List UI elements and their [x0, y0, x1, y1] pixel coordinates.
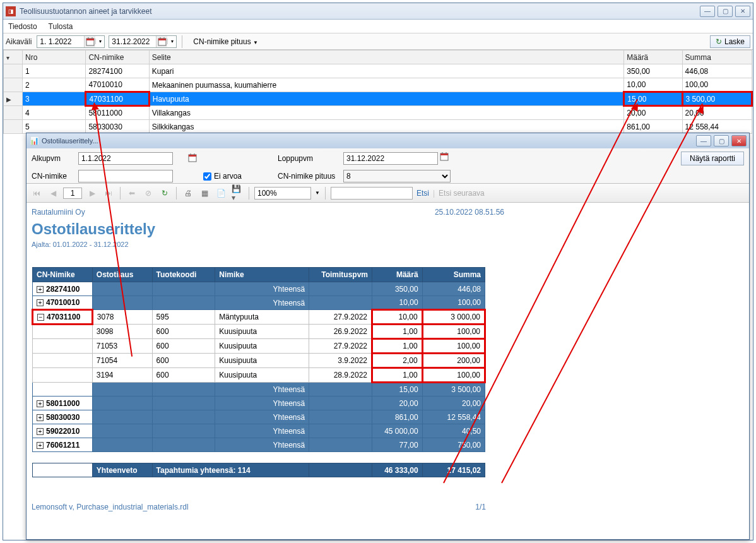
cell-tuote[interactable]: 600	[152, 354, 215, 368]
menu-tulosta[interactable]: Tulosta	[49, 22, 73, 31]
print-button[interactable]: 🖨	[182, 187, 194, 200]
stop-button[interactable]: ⊘	[142, 187, 155, 200]
cell-osto[interactable]: 3098	[92, 325, 152, 339]
cell-summa[interactable]: 200,00	[422, 354, 485, 368]
back-button[interactable]: ⬅	[126, 187, 138, 200]
cell-pvm[interactable]: 27.9.2022	[309, 310, 372, 325]
cell-nro[interactable]: 1	[23, 64, 86, 78]
cell-summa[interactable]: 12 558,44	[682, 120, 752, 134]
cell-maara[interactable]: 350,00	[624, 64, 682, 78]
expand-icon[interactable]: +	[37, 442, 44, 449]
report-body[interactable]: Rautalumiini Oy 25.10.2022 08.51.56 Osto…	[27, 203, 749, 539]
group-total-row[interactable]: +58030030Yhteensä861,0012 558,44	[33, 410, 485, 424]
cell-cn[interactable]: 58030030	[86, 120, 149, 134]
cell-cn[interactable]: 28274100	[86, 64, 149, 78]
col-maara[interactable]: Määrä	[624, 51, 682, 64]
cell-maara[interactable]: 2,00	[372, 354, 423, 368]
cell-summa[interactable]: 3 000,00	[422, 310, 485, 325]
cell-nimike[interactable]: Kuusipuuta	[215, 354, 309, 368]
dropdown-icon[interactable]: ▾	[167, 39, 176, 44]
collapse-icon[interactable]: −	[37, 314, 44, 321]
report-minimize-button[interactable]: —	[696, 135, 711, 146]
filter-header[interactable]: ▾	[4, 51, 23, 64]
cell-maara[interactable]: 10,00	[372, 310, 423, 325]
cell-selite[interactable]: Villakangas	[149, 106, 624, 120]
row-header[interactable]	[4, 120, 23, 134]
cell-summa[interactable]: 100,00	[682, 78, 752, 92]
cell-maara[interactable]: 1,00	[372, 339, 423, 354]
cn-nimike-input[interactable]	[78, 170, 173, 182]
col-cn[interactable]: CN-nimike	[86, 51, 149, 64]
cell-osto[interactable]: 3078	[92, 310, 152, 325]
prev-page-button[interactable]: ◀	[47, 187, 59, 200]
page-setup-button[interactable]: 📄	[215, 187, 227, 200]
rcol-summa[interactable]: Summa	[422, 268, 485, 282]
table-row[interactable]: 247010010Mekaaninen puumassa, kuumahierr…	[4, 78, 752, 92]
cell-nimike[interactable]: Kuusipuuta	[215, 325, 309, 339]
calendar-icon[interactable]	[188, 153, 201, 164]
col-summa[interactable]: Summa	[682, 51, 752, 64]
cell-summa[interactable]: 20,00	[682, 106, 752, 120]
table-row[interactable]: 128274100Kupari350,00446,08	[4, 64, 752, 78]
page-input[interactable]	[63, 188, 82, 199]
cell-maara[interactable]: 1,00	[372, 325, 423, 339]
find-link[interactable]: Etsi	[416, 189, 429, 198]
rcol-osto[interactable]: Ostotilaus	[92, 268, 152, 282]
export-button[interactable]: 💾▾	[231, 187, 244, 200]
cell-nro[interactable]: 4	[23, 106, 86, 120]
rcol-cn[interactable]: CN-Nimike	[33, 268, 93, 282]
date-to[interactable]: ▾	[109, 35, 177, 48]
laske-button[interactable]: ↻ Laske	[710, 35, 750, 48]
cell-nro[interactable]: 5	[23, 120, 86, 134]
report-close-button[interactable]: ✕	[731, 135, 747, 146]
last-page-button[interactable]: ⏭	[102, 187, 115, 200]
group-total-row[interactable]: +28274100Yhteensä350,00446,08	[33, 282, 485, 296]
maximize-button[interactable]: ▢	[718, 6, 733, 17]
minimize-button[interactable]: —	[700, 6, 715, 17]
nayta-raportti-button[interactable]: Näytä raportti	[681, 152, 744, 165]
cell-osto[interactable]: 71054	[92, 354, 152, 368]
group-total-row[interactable]: +59022010Yhteensä45 000,0040,50	[33, 424, 485, 438]
menu-tiedosto[interactable]: Tiedosto	[8, 22, 37, 31]
row-header[interactable]	[4, 64, 23, 78]
expand-icon[interactable]: +	[37, 400, 44, 407]
group-total-row[interactable]: +76061211Yhteensä77,00750,00	[33, 438, 485, 452]
first-page-button[interactable]: ⏮	[30, 187, 43, 200]
cell-pvm[interactable]: 3.9.2022	[309, 354, 372, 368]
cell-nimike[interactable]: Kuusipuuta	[215, 339, 309, 354]
expand-icon[interactable]: +	[37, 414, 44, 421]
cell-cn[interactable]: 58011000	[86, 106, 149, 120]
main-titlebar[interactable]: ◨ Teollisuustuotannon aineet ja tarvikke…	[3, 3, 753, 20]
calendar-icon[interactable]	[440, 152, 449, 161]
table-row[interactable]: 558030030Silkkikangas861,0012 558,44	[4, 120, 752, 134]
cell-selite[interactable]: Silkkikangas	[149, 120, 624, 134]
cell-tuote[interactable]: 595	[152, 310, 215, 325]
refresh-button[interactable]: ↻	[158, 187, 171, 200]
cell-pvm[interactable]: 28.9.2022	[309, 368, 372, 383]
cn-length-dropdown[interactable]: CN-nimike pituus ▼	[187, 35, 264, 48]
table-row[interactable]: ▶347031100Havupuuta15,003 500,00	[4, 92, 752, 106]
cell-selite[interactable]: Havupuuta	[149, 92, 624, 106]
row-header[interactable]: ▶	[4, 92, 23, 106]
cell-summa[interactable]: 100,00	[422, 339, 485, 354]
cell-nro[interactable]: 3	[23, 92, 86, 106]
cell-maara[interactable]: 20,00	[624, 106, 682, 120]
search-input[interactable]	[331, 187, 413, 200]
cell-nimike[interactable]: Kuusipuuta	[215, 368, 309, 383]
detail-row[interactable]: 3098600Kuusipuuta26.9.20221,00100,00	[33, 325, 485, 339]
alkupvm-input[interactable]	[78, 152, 173, 165]
cell-nimike[interactable]: Mäntypuuta	[215, 310, 309, 325]
cell-cn[interactable]: 47010010	[86, 78, 149, 92]
rcol-tuote[interactable]: Tuotekoodi	[152, 268, 215, 282]
cell-maara[interactable]: 10,00	[624, 78, 682, 92]
cell-tuote[interactable]: 600	[152, 368, 215, 383]
col-selite[interactable]: Selite	[149, 51, 624, 64]
cell-summa[interactable]: 100,00	[422, 368, 485, 383]
cell-osto[interactable]: 3194	[92, 368, 152, 383]
report-titlebar[interactable]: 📊 Ostotilauserittely... — ▢ ✕	[27, 133, 749, 148]
rcol-maara[interactable]: Määrä	[372, 268, 423, 282]
table-row[interactable]: 458011000Villakangas20,0020,00	[4, 106, 752, 120]
rcol-pvm[interactable]: Toimituspvm	[309, 268, 372, 282]
next-page-button[interactable]: ▶	[86, 187, 98, 200]
detail-row[interactable]: 3194600Kuusipuuta28.9.20221,00100,00	[33, 368, 485, 383]
